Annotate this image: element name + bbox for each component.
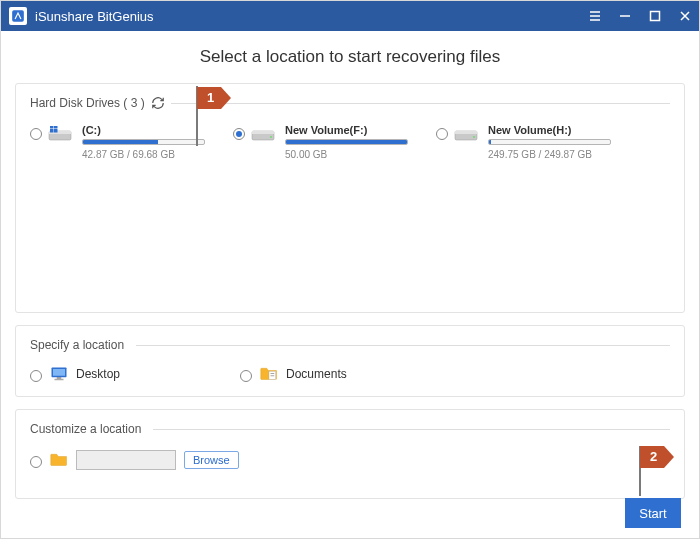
desktop-icon bbox=[50, 366, 68, 382]
app-logo-icon bbox=[9, 7, 27, 25]
refresh-icon[interactable] bbox=[151, 96, 165, 110]
drive-name: New Volume(H:) bbox=[488, 124, 611, 136]
maximize-icon[interactable] bbox=[647, 8, 663, 24]
drive-size: 50.00 GB bbox=[285, 149, 408, 160]
specify-section-label: Specify a location bbox=[30, 338, 124, 352]
drive-radio[interactable] bbox=[233, 128, 245, 140]
disk-icon bbox=[251, 126, 275, 142]
svg-text:1: 1 bbox=[207, 90, 214, 105]
customize-section-label: Customize a location bbox=[30, 422, 141, 436]
drive-usage-bar bbox=[488, 139, 611, 145]
svg-rect-12 bbox=[455, 131, 477, 134]
svg-rect-1 bbox=[651, 12, 660, 21]
callout-flag-2: 2 bbox=[640, 446, 674, 468]
disk-icon bbox=[48, 126, 72, 142]
drive-item[interactable]: New Volume(F:)50.00 GB bbox=[233, 124, 408, 160]
svg-rect-9 bbox=[252, 131, 274, 134]
custom-path-input[interactable] bbox=[76, 450, 176, 470]
callout-flag-1: 1 bbox=[197, 87, 231, 109]
svg-rect-4 bbox=[50, 126, 54, 129]
titlebar: iSunshare BitGenius bbox=[1, 1, 699, 31]
browse-button[interactable]: Browse bbox=[184, 451, 239, 469]
location-item[interactable]: Documents bbox=[240, 366, 347, 382]
drive-name: (C:) bbox=[82, 124, 205, 136]
drives-panel: Hard Disk Drives ( 3 ) (C:)42.87 GB / 69… bbox=[15, 83, 685, 313]
specify-panel: Specify a location DesktopDocuments bbox=[15, 325, 685, 397]
folder-icon bbox=[50, 452, 68, 468]
minimize-icon[interactable] bbox=[617, 8, 633, 24]
location-radio[interactable] bbox=[30, 370, 42, 382]
svg-text:2: 2 bbox=[650, 449, 657, 464]
svg-rect-18 bbox=[57, 377, 62, 379]
start-button[interactable]: Start bbox=[625, 498, 681, 528]
drive-size: 249.75 GB / 249.87 GB bbox=[488, 149, 611, 160]
location-item[interactable]: Desktop bbox=[30, 366, 120, 382]
location-radio[interactable] bbox=[240, 370, 252, 382]
drive-usage-bar bbox=[285, 139, 408, 145]
drive-item[interactable]: New Volume(H:)249.75 GB / 249.87 GB bbox=[436, 124, 611, 160]
svg-rect-17 bbox=[53, 369, 65, 376]
drives-section-label: Hard Disk Drives ( 3 ) bbox=[30, 96, 145, 110]
custom-location-radio[interactable] bbox=[30, 456, 42, 468]
location-label: Desktop bbox=[76, 367, 120, 381]
drive-size: 42.87 GB / 69.68 GB bbox=[82, 149, 205, 160]
location-label: Documents bbox=[286, 367, 347, 381]
disk-icon bbox=[454, 126, 478, 142]
drive-radio[interactable] bbox=[30, 128, 42, 140]
svg-point-13 bbox=[473, 136, 475, 138]
page-title: Select a location to start recovering fi… bbox=[15, 47, 685, 67]
svg-rect-19 bbox=[55, 379, 64, 381]
customize-panel: Customize a location Browse 2 bbox=[15, 409, 685, 499]
close-icon[interactable] bbox=[677, 8, 693, 24]
svg-rect-5 bbox=[54, 126, 58, 129]
svg-rect-6 bbox=[50, 129, 54, 133]
documents-icon bbox=[260, 366, 278, 382]
svg-point-10 bbox=[270, 136, 272, 138]
svg-rect-7 bbox=[54, 129, 58, 133]
window-title: iSunshare BitGenius bbox=[35, 9, 587, 24]
drive-usage-bar bbox=[82, 139, 205, 145]
drive-radio[interactable] bbox=[436, 128, 448, 140]
menu-icon[interactable] bbox=[587, 8, 603, 24]
drive-name: New Volume(F:) bbox=[285, 124, 408, 136]
drive-item[interactable]: (C:)42.87 GB / 69.68 GB bbox=[30, 124, 205, 160]
